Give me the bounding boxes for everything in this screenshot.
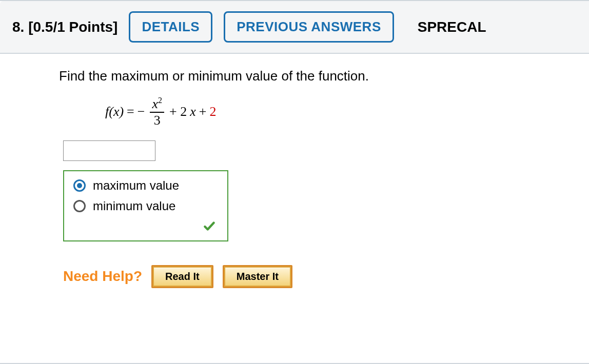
- radio-minimum-indicator: [73, 200, 86, 212]
- equation-x: x: [190, 104, 196, 119]
- equation-constant: 2: [209, 104, 216, 119]
- equation-frac-num: x2: [150, 96, 164, 113]
- max-min-choice-box: maximum value minimum value: [63, 170, 228, 241]
- equation-plus-2x-part1: + 2: [169, 104, 187, 119]
- textbook-reference: SPRECAL: [418, 19, 486, 35]
- radio-maximum-label: maximum value: [93, 178, 179, 193]
- equation-lhs: f(x): [105, 104, 124, 119]
- question-container: 8. [0.5/1 Points] DETAILS PREVIOUS ANSWE…: [0, 0, 589, 364]
- help-row: Need Help? Read It Master It: [63, 265, 589, 288]
- read-it-button[interactable]: Read It: [153, 267, 212, 287]
- details-button[interactable]: DETAILS: [129, 11, 212, 43]
- master-it-wrap: Master It: [223, 265, 292, 288]
- radio-minimum[interactable]: minimum value: [73, 199, 219, 213]
- function-equation: f(x) = − x2 3 + 2x + 2: [105, 96, 589, 127]
- equation-plus2: +: [199, 104, 207, 119]
- radio-minimum-label: minimum value: [93, 199, 175, 213]
- check-icon: [203, 220, 216, 236]
- radio-maximum-indicator: [73, 179, 86, 192]
- master-it-button[interactable]: Master It: [224, 267, 291, 287]
- equation-equals: =: [127, 104, 134, 119]
- need-help-label: Need Help?: [63, 268, 142, 285]
- read-it-wrap: Read It: [151, 265, 213, 288]
- question-points-label: 8. [0.5/1 Points]: [12, 19, 117, 35]
- answer-value-input[interactable]: [63, 140, 155, 161]
- equation-negative: −: [138, 104, 145, 119]
- answer-correct-indicator: [73, 219, 219, 236]
- question-header: 8. [0.5/1 Points] DETAILS PREVIOUS ANSWE…: [0, 1, 589, 54]
- question-body: Find the maximum or minimum value of the…: [0, 54, 589, 309]
- equation-frac-den: 3: [154, 113, 161, 127]
- previous-answers-button[interactable]: PREVIOUS ANSWERS: [224, 11, 394, 43]
- equation-fraction: x2 3: [150, 96, 164, 127]
- question-prompt: Find the maximum or minimum value of the…: [59, 68, 589, 84]
- radio-maximum[interactable]: maximum value: [73, 178, 219, 193]
